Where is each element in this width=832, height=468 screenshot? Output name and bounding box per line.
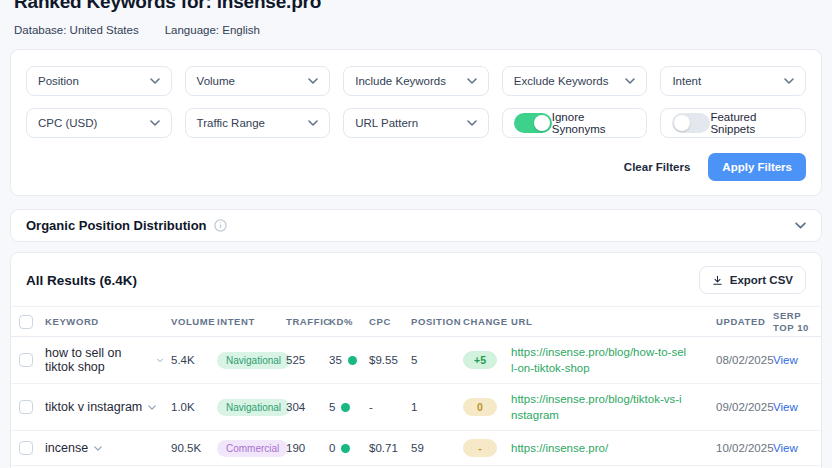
chevron-down-icon [625, 78, 635, 84]
meta-row: Database: United States Language: Englis… [10, 13, 822, 36]
volume-filter-dropdown[interactable]: Volume [185, 66, 331, 96]
row-volume: 1.0K [171, 401, 217, 413]
row-checkbox[interactable] [19, 353, 33, 367]
change-badge: 0 [463, 398, 497, 416]
kd-difficulty-dot-icon [341, 444, 350, 453]
filter-row-2: CPC (USD) Traffic Range URL Pattern Igno… [26, 108, 806, 138]
dropdown-label: Traffic Range [197, 117, 265, 129]
row-keyword: tiktok v instagram [45, 400, 142, 414]
export-csv-button[interactable]: Export CSV [699, 266, 806, 294]
ignore-synonyms-label: Ignore Synonyms [552, 111, 636, 135]
row-keyword: incense [45, 441, 88, 455]
results-panel: All Results (6.4K) Export CSV Keyword Vo… [10, 252, 822, 468]
page: Ranked Keywords for: insense.pro Databas… [0, 0, 832, 468]
table-row: tiktok v instagram 1.0K Navigational 304… [11, 384, 821, 431]
chevron-down-icon [150, 120, 160, 126]
column-header-cpc: CPC [369, 316, 411, 328]
results-header: All Results (6.4K) Export CSV [11, 266, 821, 306]
chevron-down-icon [308, 78, 318, 84]
dropdown-label: Intent [672, 75, 701, 87]
table-row: how to sell on tiktok shop 5.4K Navigati… [11, 337, 821, 384]
ignore-synonyms-toggle[interactable] [514, 113, 552, 133]
kd-difficulty-dot-icon [348, 356, 357, 365]
row-url-link[interactable]: https://insense.pro/blog/tiktok-vs-insta… [511, 391, 716, 423]
featured-snippets-toggle[interactable] [672, 113, 710, 133]
filters-panel: Position Volume Include Keywords Exclude… [10, 49, 822, 196]
include-keywords-filter-dropdown[interactable]: Include Keywords [343, 66, 489, 96]
chevron-down-icon [157, 358, 163, 363]
serp-view-link[interactable]: View [773, 401, 815, 413]
kd-difficulty-dot-icon [341, 403, 350, 412]
table-header-row: Keyword Volume Intent Traffic KD% CPC Po… [11, 306, 821, 337]
serp-view-link[interactable]: View [773, 442, 815, 454]
info-icon [214, 219, 227, 232]
serp-view-link[interactable]: View [773, 354, 815, 366]
featured-snippets-label: Featured Snippets [710, 111, 794, 135]
intent-badge: Commercial [217, 440, 288, 457]
row-volume: 90.5K [171, 442, 217, 454]
column-header-keyword: Keyword [45, 316, 171, 328]
table-body: how to sell on tiktok shop 5.4K Navigati… [11, 337, 821, 468]
chevron-down-icon [148, 405, 156, 410]
row-cpc: $9.55 [369, 354, 411, 366]
intent-cell: Commercial [217, 440, 286, 457]
featured-snippets-toggle-box: Featured Snippets [660, 108, 806, 138]
row-volume: 5.4K [171, 354, 217, 366]
row-checkbox[interactable] [19, 400, 33, 414]
column-header-kd: KD% [329, 316, 369, 328]
download-icon [712, 275, 723, 286]
row-kd: 0 [329, 442, 335, 454]
dropdown-label: Include Keywords [355, 75, 446, 87]
chevron-down-icon [467, 78, 477, 84]
chevron-down-icon [308, 120, 318, 126]
row-url-link[interactable]: https://insense.pro/blog/how-to-sell-on-… [511, 344, 716, 376]
distribution-title: Organic Position Distribution [26, 218, 207, 233]
url-pattern-filter-dropdown[interactable]: URL Pattern [343, 108, 489, 138]
row-position: 1 [411, 401, 463, 413]
column-header-traffic: Traffic [286, 316, 329, 328]
keyword-cell[interactable]: how to sell on tiktok shop [45, 346, 171, 374]
apply-filters-button[interactable]: Apply Filters [708, 153, 806, 181]
dropdown-label: Position [38, 75, 79, 87]
select-all-checkbox[interactable] [19, 315, 33, 329]
row-kd: 35 [329, 354, 342, 366]
chevron-down-icon[interactable] [795, 222, 806, 229]
row-updated: 10/02/2025 [716, 442, 773, 454]
row-url-link[interactable]: https://insense.pro/ [511, 440, 716, 456]
chevron-down-icon [150, 78, 160, 84]
row-traffic: 190 [286, 442, 329, 454]
traffic-range-filter-dropdown[interactable]: Traffic Range [185, 108, 331, 138]
column-header-position: Position [411, 316, 463, 328]
exclude-keywords-filter-dropdown[interactable]: Exclude Keywords [502, 66, 648, 96]
intent-filter-dropdown[interactable]: Intent [660, 66, 806, 96]
ignore-synonyms-toggle-box: Ignore Synonyms [502, 108, 648, 138]
row-position: 5 [411, 354, 463, 366]
kd-cell: 5 [329, 401, 369, 413]
change-cell: +5 [463, 351, 511, 369]
filter-actions: Clear Filters Apply Filters [26, 153, 806, 181]
column-header-serp-top-10: SERP Top 10 [773, 310, 815, 334]
keyword-cell[interactable]: tiktok v instagram [45, 400, 171, 414]
organic-position-distribution-panel[interactable]: Organic Position Distribution [10, 209, 822, 242]
row-kd: 5 [329, 401, 335, 413]
row-traffic: 525 [286, 354, 329, 366]
column-header-change: Change [463, 316, 511, 328]
export-csv-label: Export CSV [730, 274, 793, 286]
dropdown-label: Volume [197, 75, 235, 87]
page-title: Ranked Keywords for: insense.pro [10, 0, 822, 13]
dropdown-label: CPC (USD) [38, 117, 97, 129]
keyword-cell[interactable]: incense [45, 441, 171, 455]
row-checkbox[interactable] [19, 441, 33, 455]
cpc-filter-dropdown[interactable]: CPC (USD) [26, 108, 172, 138]
chevron-down-icon [467, 120, 477, 126]
language-label: Language: English [165, 24, 260, 36]
clear-filters-button[interactable]: Clear Filters [624, 161, 690, 173]
chevron-down-icon [94, 446, 102, 451]
kd-cell: 0 [329, 442, 369, 454]
change-badge: +5 [463, 351, 497, 369]
row-updated: 08/02/2025 [716, 354, 773, 366]
position-filter-dropdown[interactable]: Position [26, 66, 172, 96]
row-keyword: how to sell on tiktok shop [45, 346, 151, 374]
change-cell: 0 [463, 398, 511, 416]
change-cell: - [463, 439, 511, 457]
